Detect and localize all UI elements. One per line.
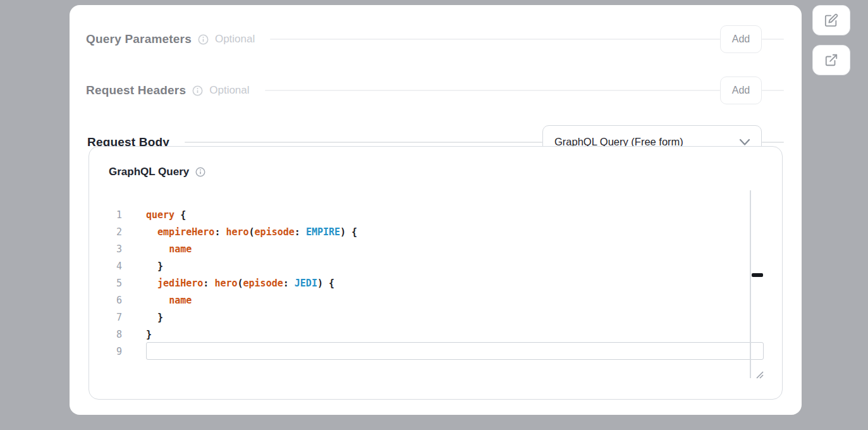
code-line: } xyxy=(146,326,744,343)
add-query-parameter-button[interactable]: Add xyxy=(720,25,762,53)
code-line: } xyxy=(146,309,744,326)
edit-request-button[interactable] xyxy=(812,5,850,35)
open-external-button[interactable] xyxy=(812,45,850,75)
cursor-line-highlight xyxy=(146,342,764,360)
request-config-card: Query Parameters Optional Add Request He… xyxy=(70,5,802,415)
code-line: jediHero: hero(episode: JEDI) { xyxy=(146,275,744,292)
line-number: 8 xyxy=(101,326,122,343)
add-request-header-button[interactable]: Add xyxy=(720,77,762,104)
edit-icon xyxy=(824,13,838,27)
optional-label: Optional xyxy=(215,33,255,46)
section-divider-stub xyxy=(762,90,784,91)
chevron-down-icon xyxy=(738,138,751,146)
line-number: 2 xyxy=(101,224,122,241)
graphql-editor-label-row: GraphQL Query xyxy=(109,166,205,178)
info-icon[interactable] xyxy=(195,167,205,177)
section-request-headers: Request Headers Optional Add xyxy=(86,77,784,104)
app-page: Query Parameters Optional Add Request He… xyxy=(0,0,868,430)
line-number: 6 xyxy=(101,292,122,309)
code-line: name xyxy=(146,241,744,258)
section-divider xyxy=(265,90,720,91)
scrollbar-thumb[interactable] xyxy=(752,273,763,277)
query-parameters-title: Query Parameters xyxy=(86,32,192,46)
section-divider-stub xyxy=(762,39,784,40)
line-number: 7 xyxy=(101,309,122,326)
line-number-gutter: 123456789 xyxy=(101,207,122,360)
graphql-code-editor[interactable]: query { empireHero: hero(episode: EMPIRE… xyxy=(146,207,744,360)
resize-handle[interactable] xyxy=(754,369,764,379)
code-line: name xyxy=(146,292,744,309)
line-number: 4 xyxy=(101,258,122,275)
graphql-editor-box: GraphQL Query 123456789 query { empireHe… xyxy=(89,146,783,400)
optional-label: Optional xyxy=(209,84,249,97)
line-number: 5 xyxy=(101,275,122,292)
code-line: empireHero: hero(episode: EMPIRE) { xyxy=(146,224,744,241)
info-icon[interactable] xyxy=(192,85,203,96)
section-divider-stub xyxy=(762,142,784,143)
line-number: 1 xyxy=(101,207,122,224)
external-link-icon xyxy=(824,53,838,67)
editor-scroll-gutter xyxy=(750,190,751,378)
request-headers-title: Request Headers xyxy=(86,83,186,97)
section-divider xyxy=(270,39,720,40)
line-number: 9 xyxy=(101,343,122,360)
graphql-query-label: GraphQL Query xyxy=(109,166,189,178)
section-query-parameters: Query Parameters Optional Add xyxy=(86,25,784,53)
code-line: query { xyxy=(146,207,744,224)
info-icon[interactable] xyxy=(198,34,209,45)
code-line: } xyxy=(146,258,744,275)
section-divider xyxy=(185,142,542,143)
line-number: 3 xyxy=(101,241,122,258)
